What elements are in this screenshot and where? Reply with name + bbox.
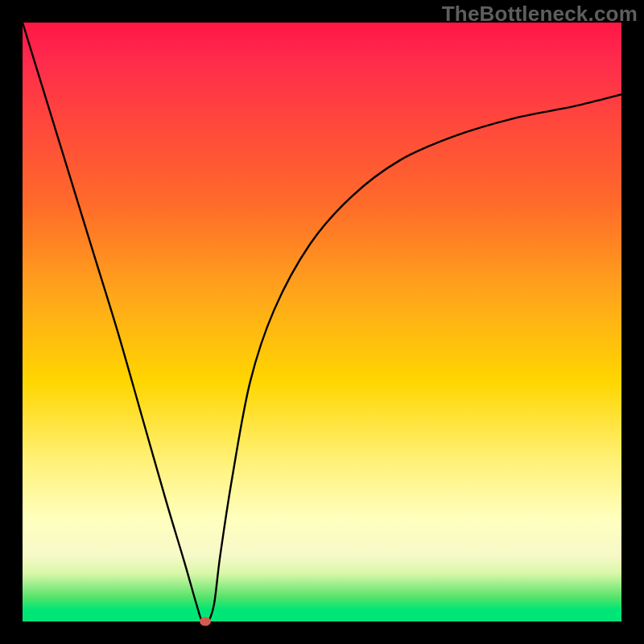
- chart-frame: TheBottleneck.com: [0, 0, 644, 644]
- minimum-marker: [200, 617, 211, 626]
- bottleneck-curve: [23, 23, 621, 621]
- plot-area: [23, 23, 621, 621]
- watermark-text: TheBottleneck.com: [442, 2, 638, 27]
